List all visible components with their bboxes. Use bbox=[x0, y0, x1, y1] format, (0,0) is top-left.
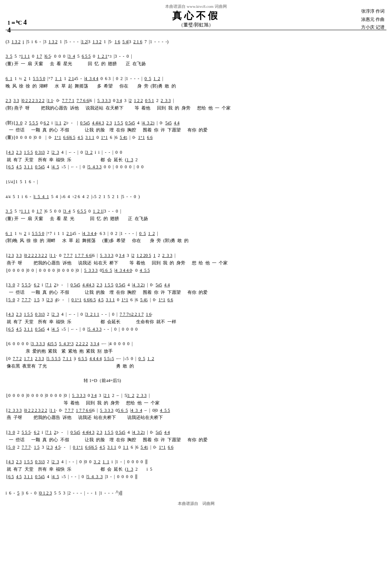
score-block: (3 1 3 2 i |5 i 6 - |3 1 3 2 1 |5 - - - … bbox=[6, 30, 386, 498]
song-subtitle: （董璧/郭虹旭） bbox=[179, 22, 214, 28]
song-title: 真心不假 bbox=[172, 9, 220, 22]
credits: 张淳淳 作词 涂惠元 作曲 方小庆 记谱 bbox=[361, 7, 385, 32]
header: 本曲谱源自 www.ktvc8.com 词曲网 1＝ᵇC 44 真心不假 （董璧… bbox=[6, 4, 386, 28]
bottom-credits: 本曲谱源自 词曲网 bbox=[6, 501, 386, 506]
site-watermark-top: 本曲谱源自 www.ktvc8.com 词曲网 bbox=[165, 4, 227, 9]
key-time: 1＝ᵇC 44 bbox=[7, 19, 27, 34]
